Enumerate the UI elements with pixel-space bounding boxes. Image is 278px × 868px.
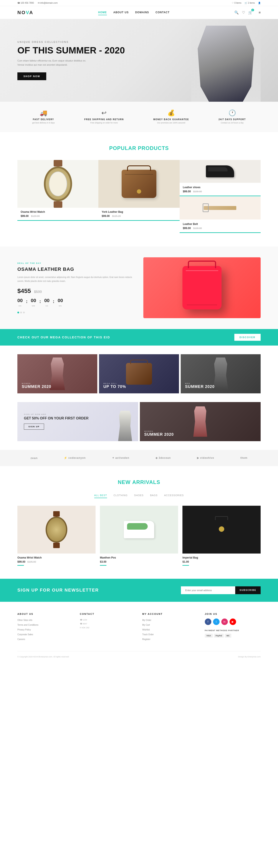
feature-delivery-desc: get best delivery in 8 days (32, 122, 55, 125)
footer-mycart[interactable]: My Cart (142, 623, 198, 626)
feature-money: 💰 MONEY BACK GUARANTEE Our promises are … (153, 109, 189, 125)
feature-support: 🕐 24/7 DAYS SUPPORT Contact us 24 hours … (218, 109, 246, 125)
newsletter-email-input[interactable] (181, 586, 235, 594)
footer-terms[interactable]: Terms and Conditions (18, 623, 73, 626)
arrival-bag-img (182, 506, 260, 554)
countdown-sep2: : (39, 298, 41, 307)
nav-home[interactable]: HOME (98, 10, 107, 15)
copyright: © Copyright 2020 NOVA/Enterprise.com. Al… (18, 656, 69, 658)
menu-icon[interactable]: ≡ (259, 11, 260, 14)
hero-subtitle: UNIQUE DRESS COLLECTIONS (18, 41, 125, 43)
footer-corporate[interactable]: Corporate Sales (18, 633, 73, 636)
product-card-bag[interactable]: York Leather Bag $99.00 $115.20 (98, 160, 179, 234)
deal-left: DEAL OF THE DAY OSAMA LEATHER BAG Lorem … (18, 262, 135, 313)
discover-button[interactable]: DISCOVER (234, 334, 260, 341)
footer-wishlist[interactable]: Wishlist (142, 628, 198, 631)
category-women1[interactable]: WOMEN SUMMER 2020 (18, 354, 97, 393)
watch-strap-bottom (54, 201, 62, 208)
delivery-icon: 🚚 (40, 109, 47, 117)
arrival-shoes-price: $3.00 (100, 560, 178, 563)
shipping-icon: ↩ (101, 109, 106, 117)
footer-privacy[interactable]: Privacy Policy (18, 628, 73, 631)
filter-shoes[interactable]: SHOES (134, 494, 144, 498)
cat-overlay-men1: MEN SUMMER 2020 (185, 382, 215, 389)
countdown-ms: 00 MS (58, 298, 63, 307)
model-figure (198, 26, 254, 102)
arrival-watch[interactable]: Osama Wrist Watch $99.00 $105.00 (18, 506, 96, 566)
belt-price: $99.00 $100.00 (183, 227, 257, 230)
twitter-icon[interactable]: t (213, 619, 219, 625)
bag-price: $99.00 $115.20 (102, 215, 176, 218)
category-women2[interactable]: WOMEN SUMMER 2020 (140, 402, 260, 441)
search-icon[interactable]: 🔍 (234, 10, 239, 14)
facebook-icon[interactable]: f (205, 619, 211, 625)
brand-activeden[interactable]: ✦ activeden (112, 456, 130, 459)
brand-videohive[interactable]: ▶ videohive (197, 456, 214, 459)
wishlist-icon[interactable]: ♡ 0 items (232, 2, 241, 4)
email-address: ✉ info@domain.com (38, 2, 58, 4)
category-mega[interactable]: MEGA SELL UP TO 70% (99, 354, 179, 393)
footer-phone1: ☎ 1234 (80, 619, 136, 621)
brand-them[interactable]: them (240, 456, 248, 459)
brand-3docean[interactable]: ◈ 3docean (155, 456, 171, 459)
arrival-shoes[interactable]: Maethen Pos $3.00 (100, 506, 178, 566)
category-men1[interactable]: MEN SUMMER 2020 (181, 354, 260, 393)
belt-name: Leather Belt (183, 222, 257, 225)
shop-now-button[interactable]: SHOP NOW (18, 72, 46, 80)
dot-1[interactable] (18, 312, 19, 313)
deal-section: DEAL OF THE DAY OSAMA LEATHER BAG Lorem … (0, 246, 278, 329)
cat-subtitle-women1: WOMEN (22, 382, 51, 384)
cat-title-women2: SUMMER 2020 (144, 432, 174, 437)
watch-shape (44, 166, 72, 201)
product-card-shoes[interactable]: Leather shoes $99.00 $100.00 (180, 160, 260, 197)
dots-indicator (18, 312, 135, 313)
feature-shipping-desc: Free shipping on order for more (90, 122, 118, 125)
footer-other-sites[interactable]: Other Sites info (18, 619, 73, 622)
footer-myaccount-title: MY ACCOUNT (142, 613, 198, 615)
footer-track[interactable]: Track Order (142, 633, 198, 636)
cat-overlay-women1: WOMEN SUMMER 2020 (22, 382, 51, 389)
product-card-belt[interactable]: Leather Belt $99.00 $100.00 (180, 197, 260, 234)
brand-codecanyon[interactable]: ⚡ codecanyon (64, 456, 85, 459)
signup-content: SIGN UP NOW AND GET 50% OFF ON YOUR FIRS… (18, 407, 95, 436)
hero-description: Cum etiam falletur efficientur ea. Eum v… (18, 59, 93, 67)
cat-subtitle-mega: MEGA SELL (103, 382, 126, 384)
instagram-icon[interactable]: in (221, 619, 228, 625)
filter-clothing[interactable]: CLOTHING (113, 494, 128, 498)
cat-title-men1: SUMMER 2020 (185, 384, 215, 389)
deal-current-price: $455 (18, 287, 31, 294)
main-header: NOVA HOME ABOUT US DOMAINS CONTACT 🔍 ♡ 🛒… (0, 6, 278, 19)
product-card-watch[interactable]: Osama Wrist Watch $99.00 $120.00 (18, 160, 98, 234)
wishlist-header-icon[interactable]: ♡ (242, 10, 245, 14)
social-icons: f t in ▶ (205, 619, 261, 625)
dot-2[interactable] (20, 312, 22, 313)
footer-register[interactable]: Register (142, 638, 198, 641)
signup-button[interactable]: SIGN UP (24, 424, 44, 430)
filter-allbest[interactable]: ALL BEST (94, 494, 107, 498)
filter-accessories[interactable]: ACCESSORIES (164, 494, 184, 498)
subscribe-button[interactable]: SUBSCRIBE (235, 586, 260, 594)
account-icon[interactable]: 👤 (258, 2, 260, 4)
cart-icon[interactable]: 🛒 2 items (245, 2, 255, 4)
categories-grid: WOMEN SUMMER 2020 MEGA SELL UP TO 70% ME… (0, 345, 278, 402)
cta-text: CHECK OUT OUR MEGA COLLECTION OF THIS EI… (18, 336, 110, 339)
nav-about[interactable]: ABOUT US (113, 10, 129, 15)
footer-careers[interactable]: Careers (18, 638, 73, 641)
dot-3[interactable] (23, 312, 25, 313)
deal-tag: DEAL OF THE DAY (18, 262, 135, 264)
countdown-sep3: : (53, 298, 54, 307)
youtube-icon[interactable]: ▶ (230, 619, 236, 625)
popular-title: POPULAR PRODUCTS (18, 145, 260, 151)
countdown: 00 HH : 00 MM : 00 SS : 00 MS (18, 298, 135, 307)
visa-icon: VISA (205, 634, 213, 638)
cart-header-icon[interactable]: 🛒2 (248, 10, 255, 14)
filter-bags[interactable]: BAGS (150, 494, 158, 498)
feature-delivery-title: FAST DELIVERY (33, 118, 54, 121)
arrival-bag[interactable]: Imperial Bag $1.00 (182, 506, 260, 566)
footer-myorder[interactable]: My Order (142, 619, 198, 622)
shoes-name: Leather shoes (183, 186, 257, 189)
brand-zean[interactable]: zean (30, 456, 38, 460)
footer-about: ABOUT US Other Sites info Terms and Cond… (18, 613, 73, 643)
nav-domains[interactable]: DOMAINS (135, 10, 149, 15)
nav-contact[interactable]: CONTACT (155, 10, 170, 15)
